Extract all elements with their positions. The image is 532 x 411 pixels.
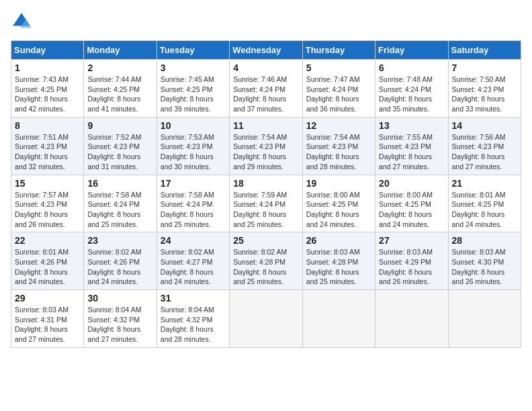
- calendar-cell: 6Sunrise: 7:48 AM Sunset: 4:24 PM Daylig…: [375, 60, 448, 118]
- day-info: Sunrise: 7:45 AM Sunset: 4:25 PM Dayligh…: [161, 75, 226, 114]
- day-number: 23: [87, 235, 152, 246]
- calendar-cell: 3Sunrise: 7:45 AM Sunset: 4:25 PM Daylig…: [157, 60, 229, 118]
- day-number: 8: [15, 120, 80, 131]
- calendar-cell: 11Sunrise: 7:54 AM Sunset: 4:23 PM Dayli…: [230, 117, 302, 175]
- day-info: Sunrise: 7:43 AM Sunset: 4:25 PM Dayligh…: [15, 75, 80, 114]
- day-number: 1: [15, 62, 80, 73]
- calendar-cell: [302, 290, 375, 348]
- logo-icon: [11, 11, 32, 32]
- calendar-cell: [448, 290, 521, 348]
- calendar-cell: 20Sunrise: 8:00 AM Sunset: 4:25 PM Dayli…: [375, 175, 448, 232]
- day-number: 3: [161, 62, 226, 73]
- day-info: Sunrise: 8:04 AM Sunset: 4:32 PM Dayligh…: [87, 305, 152, 345]
- weekday-tuesday: Tuesday: [157, 41, 229, 60]
- day-info: Sunrise: 8:00 AM Sunset: 4:25 PM Dayligh…: [306, 190, 371, 230]
- day-number: 18: [233, 178, 298, 189]
- day-info: Sunrise: 7:55 AM Sunset: 4:23 PM Dayligh…: [379, 132, 444, 172]
- day-number: 9: [87, 120, 152, 131]
- day-info: Sunrise: 8:03 AM Sunset: 4:28 PM Dayligh…: [306, 247, 371, 287]
- day-number: 25: [233, 235, 298, 246]
- day-number: 19: [306, 178, 371, 189]
- day-number: 10: [161, 120, 226, 131]
- day-number: 13: [379, 120, 444, 131]
- day-info: Sunrise: 7:54 AM Sunset: 4:23 PM Dayligh…: [306, 132, 371, 172]
- calendar-cell: 4Sunrise: 7:46 AM Sunset: 4:24 PM Daylig…: [230, 60, 302, 118]
- calendar-cell: 2Sunrise: 7:44 AM Sunset: 4:25 PM Daylig…: [84, 60, 157, 118]
- day-info: Sunrise: 7:52 AM Sunset: 4:23 PM Dayligh…: [87, 132, 152, 172]
- calendar-cell: 24Sunrise: 8:02 AM Sunset: 4:27 PM Dayli…: [157, 232, 229, 290]
- day-info: Sunrise: 8:03 AM Sunset: 4:31 PM Dayligh…: [15, 305, 80, 345]
- day-info: Sunrise: 8:02 AM Sunset: 4:27 PM Dayligh…: [161, 247, 226, 287]
- calendar-table: SundayMondayTuesdayWednesdayThursdayFrid…: [11, 40, 521, 348]
- day-number: 20: [379, 178, 444, 189]
- calendar-cell: 7Sunrise: 7:50 AM Sunset: 4:23 PM Daylig…: [448, 60, 521, 118]
- day-info: Sunrise: 7:57 AM Sunset: 4:23 PM Dayligh…: [15, 190, 80, 230]
- calendar-cell: 17Sunrise: 7:58 AM Sunset: 4:24 PM Dayli…: [157, 175, 229, 232]
- calendar-cell: 8Sunrise: 7:51 AM Sunset: 4:23 PM Daylig…: [11, 117, 84, 175]
- day-number: 11: [233, 120, 298, 131]
- day-info: Sunrise: 7:50 AM Sunset: 4:23 PM Dayligh…: [452, 75, 517, 114]
- day-info: Sunrise: 7:46 AM Sunset: 4:24 PM Dayligh…: [233, 75, 298, 114]
- day-info: Sunrise: 7:47 AM Sunset: 4:24 PM Dayligh…: [306, 75, 371, 114]
- weekday-monday: Monday: [84, 41, 157, 60]
- calendar-cell: 29Sunrise: 8:03 AM Sunset: 4:31 PM Dayli…: [11, 290, 84, 348]
- day-info: Sunrise: 8:01 AM Sunset: 4:25 PM Dayligh…: [452, 190, 517, 230]
- day-number: 22: [15, 235, 80, 246]
- day-info: Sunrise: 7:48 AM Sunset: 4:24 PM Dayligh…: [379, 75, 444, 114]
- calendar-cell: 10Sunrise: 7:53 AM Sunset: 4:23 PM Dayli…: [157, 117, 229, 175]
- day-number: 17: [161, 178, 226, 189]
- day-info: Sunrise: 7:56 AM Sunset: 4:23 PM Dayligh…: [452, 132, 517, 172]
- calendar-cell: 5Sunrise: 7:47 AM Sunset: 4:24 PM Daylig…: [302, 60, 375, 118]
- weekday-saturday: Saturday: [448, 41, 521, 60]
- weekday-thursday: Thursday: [302, 41, 375, 60]
- calendar-cell: 22Sunrise: 8:01 AM Sunset: 4:26 PM Dayli…: [11, 232, 84, 290]
- calendar-cell: 15Sunrise: 7:57 AM Sunset: 4:23 PM Dayli…: [11, 175, 84, 232]
- day-info: Sunrise: 8:03 AM Sunset: 4:29 PM Dayligh…: [379, 247, 444, 287]
- day-number: 28: [452, 235, 517, 246]
- calendar-cell: 12Sunrise: 7:54 AM Sunset: 4:23 PM Dayli…: [302, 117, 375, 175]
- day-number: 29: [15, 293, 80, 304]
- calendar-cell: 28Sunrise: 8:03 AM Sunset: 4:30 PM Dayli…: [448, 232, 521, 290]
- day-number: 6: [379, 62, 444, 73]
- week-row-4: 22Sunrise: 8:01 AM Sunset: 4:26 PM Dayli…: [11, 232, 521, 290]
- day-number: 31: [161, 293, 226, 304]
- week-row-1: 1Sunrise: 7:43 AM Sunset: 4:25 PM Daylig…: [11, 60, 521, 118]
- day-number: 26: [306, 235, 371, 246]
- day-info: Sunrise: 8:02 AM Sunset: 4:28 PM Dayligh…: [233, 247, 298, 287]
- day-number: 2: [87, 62, 152, 73]
- calendar-cell: 26Sunrise: 8:03 AM Sunset: 4:28 PM Dayli…: [302, 232, 375, 290]
- day-info: Sunrise: 7:51 AM Sunset: 4:23 PM Dayligh…: [15, 132, 80, 172]
- weekday-friday: Friday: [375, 41, 448, 60]
- day-info: Sunrise: 7:58 AM Sunset: 4:24 PM Dayligh…: [161, 190, 226, 230]
- weekday-sunday: Sunday: [11, 41, 84, 60]
- day-info: Sunrise: 7:53 AM Sunset: 4:23 PM Dayligh…: [161, 132, 226, 172]
- calendar-cell: 1Sunrise: 7:43 AM Sunset: 4:25 PM Daylig…: [11, 60, 84, 118]
- day-info: Sunrise: 7:54 AM Sunset: 4:23 PM Dayligh…: [233, 132, 298, 172]
- day-info: Sunrise: 7:58 AM Sunset: 4:24 PM Dayligh…: [87, 190, 152, 230]
- day-number: 14: [452, 120, 517, 131]
- calendar-cell: [375, 290, 448, 348]
- logo: [11, 11, 35, 32]
- day-info: Sunrise: 8:02 AM Sunset: 4:26 PM Dayligh…: [87, 247, 152, 287]
- week-row-3: 15Sunrise: 7:57 AM Sunset: 4:23 PM Dayli…: [11, 175, 521, 232]
- calendar-cell: 14Sunrise: 7:56 AM Sunset: 4:23 PM Dayli…: [448, 117, 521, 175]
- day-number: 21: [452, 178, 517, 189]
- day-number: 30: [87, 293, 152, 304]
- day-number: 24: [161, 235, 226, 246]
- calendar-cell: 30Sunrise: 8:04 AM Sunset: 4:32 PM Dayli…: [84, 290, 157, 348]
- calendar-cell: 27Sunrise: 8:03 AM Sunset: 4:29 PM Dayli…: [375, 232, 448, 290]
- day-number: 15: [15, 178, 80, 189]
- day-number: 16: [87, 178, 152, 189]
- day-number: 4: [233, 62, 298, 73]
- day-number: 12: [306, 120, 371, 131]
- week-row-5: 29Sunrise: 8:03 AM Sunset: 4:31 PM Dayli…: [11, 290, 521, 348]
- day-info: Sunrise: 8:00 AM Sunset: 4:25 PM Dayligh…: [379, 190, 444, 230]
- calendar-cell: 23Sunrise: 8:02 AM Sunset: 4:26 PM Dayli…: [84, 232, 157, 290]
- day-number: 5: [306, 62, 371, 73]
- day-info: Sunrise: 8:01 AM Sunset: 4:26 PM Dayligh…: [15, 247, 80, 287]
- weekday-header-row: SundayMondayTuesdayWednesdayThursdayFrid…: [11, 41, 521, 60]
- calendar-cell: 25Sunrise: 8:02 AM Sunset: 4:28 PM Dayli…: [230, 232, 302, 290]
- page-header: [11, 11, 521, 32]
- calendar-cell: 13Sunrise: 7:55 AM Sunset: 4:23 PM Dayli…: [375, 117, 448, 175]
- week-row-2: 8Sunrise: 7:51 AM Sunset: 4:23 PM Daylig…: [11, 117, 521, 175]
